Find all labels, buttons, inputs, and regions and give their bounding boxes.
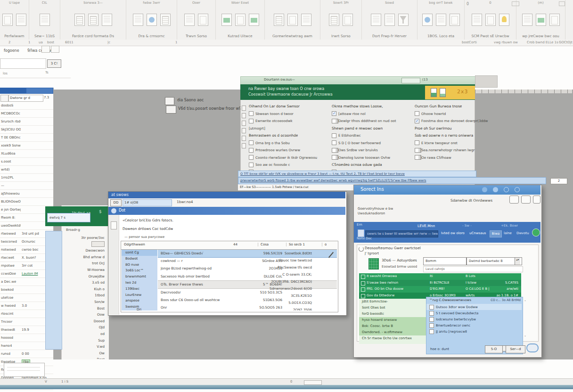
checkbox-option[interactable]: Ohoow howrtd bbox=[415, 110, 495, 118]
ribbon-green-icon[interactable] bbox=[536, 14, 546, 26]
checkbox-option[interactable]: E ktxrw twogwur oret bbox=[415, 139, 495, 147]
list-item[interactable]: Ow bbox=[62, 350, 107, 357]
help-pill-button[interactable] bbox=[526, 343, 539, 352]
spinner-control[interactable]: ▴▾ bbox=[515, 258, 520, 265]
list-item[interactable]: Bhd arhnw d bbox=[62, 254, 107, 261]
sidebar-item[interactable]: anspeoe bbox=[122, 298, 157, 304]
checked-checkbox-icon[interactable]: ✓ bbox=[332, 111, 336, 116]
ribbon-funnel-icon[interactable] bbox=[398, 14, 409, 26]
ribbon-blue-icon[interactable] bbox=[147, 14, 157, 26]
checkbox-option[interactable]: Prtowdrooe wurlws Ovrww bbox=[249, 147, 329, 154]
checkbox-icon[interactable] bbox=[415, 148, 419, 153]
header-tool-icon[interactable] bbox=[533, 196, 540, 204]
select-all-cell[interactable] bbox=[0, 95, 8, 102]
tab-row-cell[interactable]: ua bbox=[39, 41, 43, 44]
sheet-row[interactable]: wrtd) bbox=[0, 166, 53, 174]
checkbox-icon[interactable] bbox=[429, 317, 434, 322]
ribbon-plain-icon[interactable] bbox=[371, 14, 381, 26]
category-item[interactable]: forD bwoodtc bbox=[359, 311, 426, 317]
ribbon-box-icon[interactable] bbox=[485, 14, 496, 26]
checkbox-icon[interactable] bbox=[249, 140, 254, 145]
band-button[interactable]: Biwa bbox=[490, 230, 502, 237]
checkbox-icon[interactable] bbox=[249, 163, 254, 167]
band-button[interactable]: Dwvotu bbox=[516, 231, 529, 235]
sidebar-item[interactable]: sonit Cg bbox=[122, 250, 157, 256]
sheet-row[interactable]: MCDBOCOc bbox=[0, 110, 53, 118]
table-header-cell[interactable]: So secb 1 bbox=[286, 243, 305, 246]
checkbox-icon[interactable] bbox=[332, 155, 336, 160]
checkbox-icon[interactable] bbox=[332, 133, 336, 138]
checkbox-icon[interactable] bbox=[415, 111, 419, 116]
tab-row-cell[interactable]: vwg rbuwn ow bbox=[494, 41, 518, 44]
toolbar-button[interactable]: DD bbox=[110, 199, 122, 206]
list-item[interactable]: Son/w bbox=[62, 299, 107, 305]
ribbon-plain-icon[interactable] bbox=[472, 14, 482, 26]
tab-row-cell[interactable]: 2 bbox=[8, 41, 10, 44]
checkbox-option[interactable]: Sbwean tooon d twoor bbox=[249, 110, 329, 118]
list-item[interactable]: Oow bbox=[62, 311, 107, 318]
sidebar-item[interactable]: 3o6S Loc™ bbox=[122, 268, 157, 274]
band-link[interactable]: Ivted ow oloro bbox=[441, 231, 465, 235]
sheet-row[interactable]: BLIOhOowO9fC. bbox=[0, 198, 53, 206]
help-icon[interactable] bbox=[504, 187, 509, 192]
ribbon-sheet-icon[interactable] bbox=[88, 14, 98, 26]
criteria-row[interactable]: fffG. OO bn Cha dooowD'EG.ME!O Cd.LOG E … bbox=[359, 286, 521, 293]
mini-window-toolbar[interactable]: ewtvq 7 s bbox=[47, 213, 90, 222]
sheet-row[interactable]: T 0E OBOnc bbox=[0, 134, 53, 142]
ribbon-box-icon[interactable] bbox=[343, 14, 353, 26]
cancel-button[interactable]: Ser—d bbox=[506, 345, 525, 353]
selection-strip[interactable]: O TfT bxxw obt'br wbr tVK vw sbvwbwvw w … bbox=[238, 171, 476, 177]
table-header-cell[interactable]: Cosa bbox=[258, 243, 269, 246]
list-item[interactable]: Kiuh o bbox=[62, 286, 107, 293]
sidebar-item[interactable]: Bodwot bbox=[122, 256, 157, 262]
checkbox-icon[interactable] bbox=[429, 323, 434, 328]
ribbon-plain-icon[interactable] bbox=[133, 14, 143, 26]
mini-window-icons[interactable]: $ bbox=[99, 209, 102, 214]
table-header-cell[interactable]: o bbox=[322, 243, 327, 246]
formula-button[interactable] bbox=[41, 46, 50, 53]
checkbox-icon[interactable] bbox=[415, 155, 419, 160]
options-dialog-tab[interactable]: Dourtann ow.ous— bbox=[264, 78, 295, 82]
sidebar-item[interactable]: 8O nvxe bbox=[122, 262, 157, 268]
band-link[interactable]: uCnwsaus bbox=[469, 231, 486, 235]
menu-label[interactable]: Dot bbox=[119, 208, 125, 212]
ribbon-blue-icon[interactable] bbox=[422, 14, 433, 26]
sidebar-item[interactable]: 139tbwc bbox=[122, 286, 157, 292]
list-item[interactable]: Bost bbox=[62, 305, 107, 312]
checkbox-icon[interactable] bbox=[249, 155, 254, 160]
checkbox-icon[interactable] bbox=[249, 119, 254, 123]
criteria-row[interactable]: It swosht OmwowaItiB Lots bbox=[359, 273, 521, 280]
ok-button[interactable]: 5-O bbox=[485, 345, 503, 353]
tab-row-cell[interactable]: Crob bwnd ELLe 1s bbox=[527, 41, 558, 44]
tab-row-cell[interactable]: GOCtOjt bbox=[559, 41, 573, 44]
sheet-row[interactable]: xoek9 SsnwnL dowa bbox=[0, 142, 53, 150]
checklist-item[interactable]: Dutsoo 3dtor wow Dodww bbox=[426, 304, 522, 310]
category-item[interactable]: hyso hoswrd orwsww bbox=[359, 317, 426, 323]
checkbox-icon[interactable] bbox=[415, 140, 419, 145]
sheet-row[interactable]: 1rro2PL bbox=[0, 174, 53, 182]
ribbon-green-icon[interactable] bbox=[221, 14, 232, 26]
band-button[interactable]: lalne bbox=[504, 231, 512, 235]
sheet-row[interactable]: SkJ3CEU OO 28 bbox=[0, 126, 53, 134]
sheet-row[interactable]: townwetboos fod bbox=[0, 390, 53, 392]
checkbox-icon[interactable] bbox=[332, 148, 336, 153]
sheet-row[interactable]: runsd0 00 bbox=[0, 350, 53, 358]
sheet-row[interactable]: — bbox=[0, 182, 53, 190]
list-item[interactable]: W-Hoorwa bbox=[62, 267, 107, 273]
category-item[interactable]: Owndorwd. - w.oftmeww bbox=[359, 329, 426, 335]
category-item[interactable]: Ch 5r rtwow Dcho Uw conrtwx bbox=[359, 335, 426, 342]
checkbox-icon[interactable] bbox=[249, 148, 254, 153]
ribbon-sheet-icon[interactable] bbox=[160, 14, 171, 26]
name-input[interactable]: Bomm bbox=[423, 257, 467, 265]
sheet-filter-input[interactable]: Dwtorw gr d bbox=[8, 95, 43, 102]
list-item[interactable]: OJd bbox=[62, 324, 107, 331]
ribbon-box-icon[interactable] bbox=[450, 14, 460, 26]
checkbox-icon[interactable] bbox=[249, 111, 254, 116]
minimize-icon[interactable] bbox=[482, 187, 487, 192]
header-tool-icon[interactable] bbox=[521, 196, 531, 204]
scroll-hint[interactable]: ⌃ bbox=[524, 300, 526, 303]
ribbon-plain-icon[interactable] bbox=[385, 14, 395, 26]
ribbon-sheet-icon[interactable] bbox=[274, 14, 284, 26]
list-item[interactable]: V.wd bbox=[62, 343, 107, 350]
checked-checkbox-icon[interactable]: ✓ bbox=[415, 119, 419, 123]
